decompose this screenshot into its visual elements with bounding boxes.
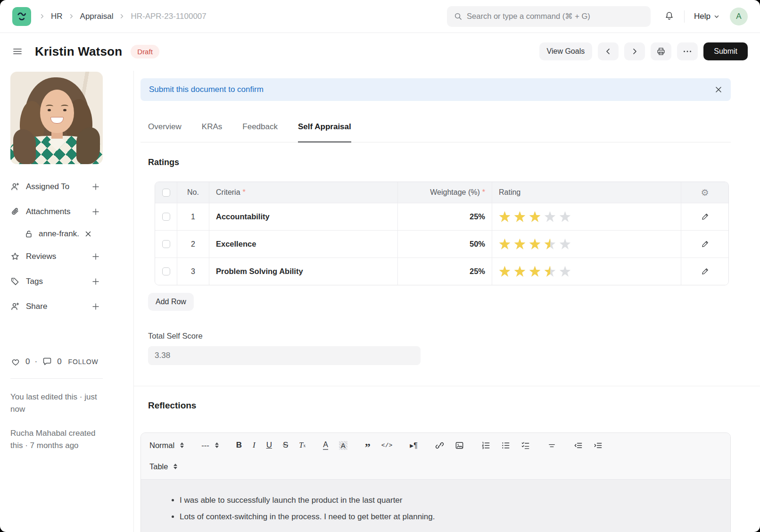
star-rating-icon[interactable] bbox=[559, 266, 571, 277]
add-share-icon[interactable] bbox=[91, 302, 100, 311]
follow-button[interactable]: FOLLOW bbox=[68, 358, 99, 366]
sidebar-item-assigned-to[interactable]: Assigned To bbox=[10, 182, 100, 191]
bullet-list-icon[interactable] bbox=[501, 441, 510, 450]
star-rating-icon[interactable] bbox=[499, 211, 511, 223]
table-menu-select[interactable]: Table bbox=[149, 462, 177, 471]
previous-document-button[interactable] bbox=[598, 42, 619, 60]
print-button[interactable] bbox=[651, 42, 671, 60]
row-checkbox[interactable] bbox=[162, 267, 170, 275]
chevron-right-icon bbox=[40, 14, 45, 19]
star-rating-icon[interactable] bbox=[499, 266, 511, 277]
sidebar-item-tags[interactable]: Tags bbox=[10, 277, 100, 286]
tab-kras[interactable]: KRAs bbox=[202, 111, 222, 142]
weightage-cell[interactable]: 50% bbox=[470, 240, 485, 249]
text-direction-button[interactable]: ▸¶ bbox=[410, 441, 418, 450]
star-rating-icon[interactable] bbox=[559, 211, 571, 223]
criteria-cell[interactable]: Excellence bbox=[216, 240, 256, 249]
banner-close-icon[interactable] bbox=[715, 86, 722, 93]
paragraph-style-select[interactable]: Normal bbox=[149, 441, 184, 450]
next-document-button[interactable] bbox=[624, 42, 645, 60]
user-avatar[interactable]: A bbox=[730, 8, 748, 25]
tab-feedback[interactable]: Feedback bbox=[242, 111, 278, 142]
strikethrough-button[interactable]: S bbox=[283, 441, 288, 450]
add-tag-icon[interactable] bbox=[91, 277, 100, 286]
breadcrumb-item-hr[interactable]: HR bbox=[51, 12, 63, 21]
blockquote-button[interactable]: ” bbox=[365, 444, 371, 450]
total-self-score-input[interactable] bbox=[148, 346, 421, 365]
frappe-hr-logo-icon[interactable] bbox=[12, 7, 31, 26]
editor-toolbar: Normal --- B I U S Tx bbox=[141, 433, 730, 479]
dot-separator: · bbox=[34, 357, 37, 366]
tab-overview[interactable]: Overview bbox=[148, 111, 182, 142]
sidebar-item-share[interactable]: Share bbox=[10, 302, 100, 311]
add-review-icon[interactable] bbox=[91, 252, 100, 261]
outdent-icon[interactable] bbox=[574, 441, 583, 450]
star-rating-icon[interactable] bbox=[514, 266, 526, 277]
code-button[interactable]: </> bbox=[381, 442, 392, 449]
row-checkbox[interactable] bbox=[162, 240, 170, 248]
help-label: Help bbox=[694, 12, 710, 21]
column-header-rating: Rating bbox=[499, 188, 520, 197]
italic-button[interactable]: I bbox=[253, 441, 256, 450]
notifications-bell-icon[interactable] bbox=[664, 11, 675, 22]
tab-self-appraisal[interactable]: Self Appraisal bbox=[298, 111, 351, 142]
checklist-icon[interactable] bbox=[521, 441, 530, 450]
submit-button[interactable]: Submit bbox=[703, 42, 748, 60]
row-number: 3 bbox=[191, 267, 195, 276]
breadcrumb-item-appraisal[interactable]: Appraisal bbox=[80, 12, 114, 21]
star-rating-icon[interactable] bbox=[529, 238, 541, 250]
weightage-cell[interactable]: 25% bbox=[470, 212, 485, 221]
star-rating-icon[interactable] bbox=[499, 238, 511, 250]
underline-button[interactable]: U bbox=[266, 441, 272, 450]
weightage-cell[interactable]: 25% bbox=[470, 267, 485, 276]
search-input[interactable] bbox=[467, 12, 644, 21]
select-all-checkbox[interactable] bbox=[162, 189, 170, 197]
help-menu[interactable]: Help bbox=[694, 12, 719, 21]
numbered-list-icon[interactable] bbox=[481, 441, 490, 450]
edit-row-pencil-icon[interactable] bbox=[701, 240, 709, 248]
bold-button[interactable]: B bbox=[236, 441, 242, 450]
edit-row-pencil-icon[interactable] bbox=[701, 267, 709, 275]
clear-format-button[interactable]: Tx bbox=[299, 441, 306, 449]
background-color-button[interactable]: A bbox=[339, 441, 347, 450]
row-checkbox[interactable] bbox=[162, 213, 170, 221]
sidebar-toggle-icon[interactable] bbox=[12, 46, 23, 57]
star-rating-icon[interactable] bbox=[559, 238, 571, 250]
editor-content[interactable]: I was able to successfully launch the pr… bbox=[141, 479, 730, 532]
criteria-cell[interactable]: Accountability bbox=[216, 212, 270, 221]
add-attachment-icon[interactable] bbox=[91, 208, 100, 216]
star-rating-icon[interactable] bbox=[514, 238, 526, 250]
more-options-button[interactable] bbox=[677, 42, 698, 60]
star-rating-icon[interactable] bbox=[529, 266, 541, 277]
indent-icon[interactable] bbox=[594, 441, 603, 450]
star-rating-icon[interactable] bbox=[544, 266, 556, 277]
total-self-score-label: Total Self Score bbox=[148, 332, 723, 341]
edit-row-pencil-icon[interactable] bbox=[701, 213, 709, 221]
column-header-criteria: Criteria bbox=[216, 188, 240, 197]
remove-attachment-icon[interactable] bbox=[85, 231, 91, 237]
attachment-file-name[interactable]: anne-frank. bbox=[39, 229, 79, 239]
sidebar-item-reviews[interactable]: Reviews bbox=[10, 252, 100, 261]
align-icon[interactable] bbox=[547, 441, 556, 450]
star-rating-icon[interactable] bbox=[544, 238, 556, 250]
insert-image-icon[interactable] bbox=[455, 441, 464, 450]
user-plus-icon bbox=[10, 302, 20, 311]
insert-link-icon[interactable] bbox=[435, 441, 444, 450]
star-rating-icon[interactable] bbox=[544, 211, 556, 223]
star-rating-icon[interactable] bbox=[514, 211, 526, 223]
star-rating-icon[interactable] bbox=[529, 211, 541, 223]
sidebar-item-attachments[interactable]: Attachments bbox=[10, 207, 100, 216]
view-goals-button[interactable]: View Goals bbox=[539, 42, 593, 60]
add-assignment-icon[interactable] bbox=[91, 183, 100, 191]
comment-icon[interactable] bbox=[42, 357, 52, 367]
attachment-file-item[interactable]: anne-frank. bbox=[25, 229, 133, 239]
heart-icon[interactable] bbox=[10, 357, 21, 367]
user-plus-icon bbox=[10, 182, 20, 191]
table-settings-gear-icon[interactable]: ⚙ bbox=[701, 188, 709, 197]
global-search[interactable] bbox=[447, 6, 651, 27]
ratings-table-row: 1Accountability25% bbox=[155, 203, 728, 230]
separator-style-select[interactable]: --- bbox=[201, 441, 218, 450]
add-row-button[interactable]: Add Row bbox=[148, 293, 194, 311]
criteria-cell[interactable]: Problem Solving Ability bbox=[216, 267, 303, 276]
font-color-button[interactable]: A bbox=[323, 441, 328, 450]
